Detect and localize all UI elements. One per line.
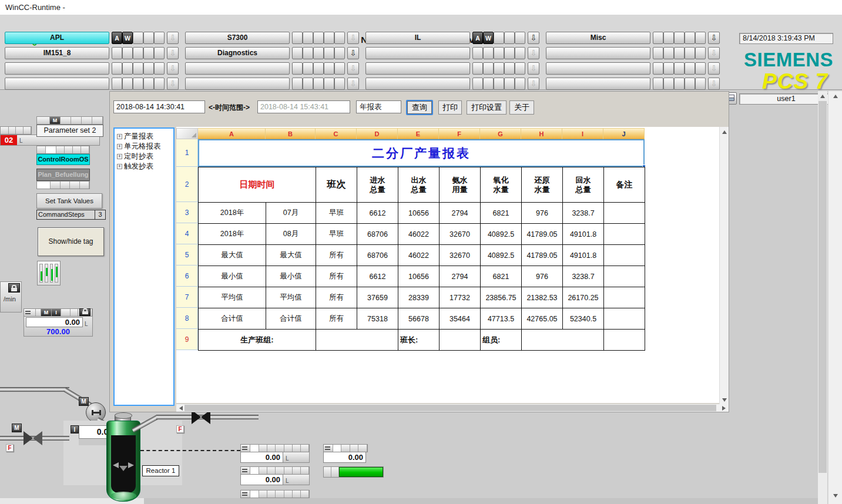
- row-header-7[interactable]: 7: [176, 287, 198, 308]
- sheet-cell[interactable]: 6821: [481, 203, 522, 224]
- sheet-cell[interactable]: [604, 245, 645, 266]
- sheet-cell[interactable]: 32670: [440, 224, 481, 245]
- header-cell-metric[interactable]: 氧化 水量: [481, 167, 522, 203]
- nav-button-empty[interactable]: [546, 47, 650, 59]
- bottom-horizontal-scrollbar[interactable]: [144, 498, 818, 504]
- nav-button-empty[interactable]: [365, 62, 470, 75]
- nav-cell-button[interactable]: [504, 62, 515, 75]
- nav-cell-button[interactable]: [133, 47, 143, 59]
- nav-cell-button[interactable]: [143, 32, 154, 44]
- nav-button-apl[interactable]: APL: [5, 32, 109, 44]
- column-header-H[interactable]: H: [521, 128, 562, 139]
- sheet-cell[interactable]: 2018年: [199, 224, 266, 245]
- expand-plus-icon[interactable]: +: [117, 134, 122, 139]
- nav-cell-button[interactable]: [483, 78, 494, 90]
- scrollbar-thumb[interactable]: [184, 405, 716, 411]
- sheet-cell[interactable]: 平均值: [266, 287, 316, 308]
- sheet-cell[interactable]: 10656: [398, 266, 440, 287]
- sheet-cell[interactable]: 6821: [481, 266, 522, 287]
- nav-cell-button[interactable]: [663, 62, 674, 75]
- query-button[interactable]: 查询: [406, 100, 433, 115]
- select-all-corner[interactable]: [176, 128, 198, 139]
- nav-cell-button[interactable]: [313, 78, 324, 90]
- row-header-9[interactable]: 9: [176, 329, 198, 350]
- sheet-cell[interactable]: 最小值: [199, 266, 266, 287]
- sheet-cell[interactable]: 2794: [440, 266, 481, 287]
- nav-button-im151-8[interactable]: IM151_8: [5, 47, 109, 59]
- nav-cell-button[interactable]: [685, 32, 695, 44]
- nav-cell-button[interactable]: [313, 32, 324, 44]
- scroll-up-arrow-icon[interactable]: [818, 92, 827, 100]
- sheet-cell[interactable]: 976: [522, 266, 563, 287]
- nav-cell-button[interactable]: [515, 62, 525, 75]
- nav-cell-button[interactable]: [695, 32, 706, 44]
- tree-item-产量报表[interactable]: +产量报表: [117, 132, 173, 142]
- header-cell-shift[interactable]: 班次: [316, 167, 357, 203]
- nav-cell-button[interactable]: [515, 32, 525, 44]
- expand-plus-icon[interactable]: +: [117, 154, 122, 159]
- report-type-select[interactable]: 年报表: [356, 100, 401, 113]
- control-room-os-display[interactable]: ControlRoomOS: [36, 154, 90, 165]
- sheet-cell[interactable]: 平均值: [199, 287, 266, 308]
- sheet-cell[interactable]: 最小值: [266, 266, 316, 287]
- lock-icon[interactable]: [79, 308, 90, 316]
- nav-cell-button[interactable]: [292, 47, 303, 59]
- sheet-cell[interactable]: 最大值: [266, 245, 316, 266]
- sheet-cell[interactable]: 早班: [316, 224, 357, 245]
- header-cell-metric[interactable]: 进水 总量: [357, 167, 398, 203]
- sheet-cell[interactable]: 所有: [316, 287, 357, 308]
- nav-cell-button[interactable]: [324, 78, 334, 90]
- nav-cell-button[interactable]: [494, 78, 504, 90]
- sheet-cell[interactable]: 49101.8: [563, 245, 604, 266]
- nav-cell-button[interactable]: [122, 78, 133, 90]
- faceplate-strip[interactable]: [0, 126, 32, 135]
- tree-item-单元格报表[interactable]: +单元格报表: [117, 142, 173, 152]
- sheet-cell[interactable]: [440, 330, 481, 351]
- volume-faceplate-strip[interactable]: [240, 444, 310, 452]
- footer-cell-team[interactable]: 生产班组:: [199, 330, 316, 351]
- sheet-cell[interactable]: 40892.5: [481, 245, 522, 266]
- nav-button-empty[interactable]: [5, 62, 109, 75]
- end-time-picker[interactable]: 2018-08-14 15:43:41: [257, 100, 350, 113]
- nav-cell-button[interactable]: [685, 47, 695, 59]
- row-header-6[interactable]: 6: [176, 266, 198, 287]
- print-setup-button[interactable]: 打印设置: [467, 100, 506, 115]
- sheet-cell[interactable]: [604, 224, 645, 245]
- start-time-picker[interactable]: 2018-08-14 14:30:41: [113, 100, 205, 113]
- scroll-right-arrow-icon[interactable]: [720, 404, 727, 412]
- nav-cell-button[interactable]: [324, 47, 334, 59]
- nav-toggle-a[interactable]: A: [472, 32, 483, 44]
- column-header-G[interactable]: G: [480, 128, 521, 139]
- nav-cell-button[interactable]: [334, 47, 345, 59]
- show-hide-tag-button[interactable]: Show/hide tag: [38, 227, 104, 256]
- nav-cell-button[interactable]: [504, 32, 515, 44]
- sheet-cell[interactable]: 28339: [398, 287, 440, 308]
- scroll-down-arrow-icon[interactable]: [828, 492, 842, 500]
- sheet-cell[interactable]: [604, 287, 645, 308]
- sheet-cell[interactable]: [604, 308, 645, 330]
- plan-strip[interactable]: [36, 181, 90, 189]
- scrollbar-thumb[interactable]: [818, 101, 827, 473]
- sheet-cell[interactable]: [316, 330, 398, 351]
- footer-cell-members[interactable]: 组员:: [481, 330, 522, 351]
- nav-cell-button[interactable]: [663, 47, 674, 59]
- nav-toggle-a[interactable]: A: [112, 32, 122, 44]
- header-cell-note[interactable]: 备注: [604, 167, 645, 203]
- nav-cell-button[interactable]: [292, 78, 303, 90]
- scroll-down-arrow-icon[interactable]: [720, 396, 729, 404]
- nav-cell-button[interactable]: [154, 47, 165, 59]
- tree-item-触发抄表[interactable]: +触发抄表: [117, 162, 173, 172]
- sheet-cell[interactable]: 合计值: [199, 308, 266, 330]
- expand-plus-icon[interactable]: +: [117, 164, 122, 169]
- parameter-strip[interactable]: M: [36, 116, 103, 125]
- nav-cell-button[interactable]: [303, 47, 313, 59]
- sheet-cell[interactable]: 17732: [440, 287, 481, 308]
- column-header-I[interactable]: I: [562, 128, 603, 139]
- nav-cell-button[interactable]: [653, 32, 663, 44]
- nav-cell-button[interactable]: [674, 78, 685, 90]
- nav-cell-button[interactable]: [483, 47, 494, 59]
- nav-cell-button[interactable]: [112, 62, 122, 75]
- nav-cell-button[interactable]: [685, 78, 695, 90]
- row-header-8[interactable]: 8: [176, 308, 198, 329]
- sheet-cell[interactable]: 32670: [440, 245, 481, 266]
